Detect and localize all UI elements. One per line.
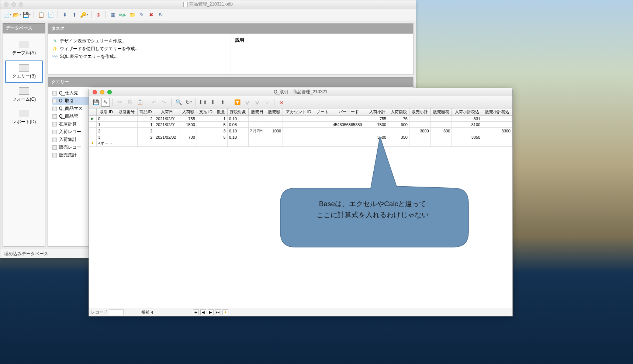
cell[interactable]: 2 [137, 134, 154, 140]
sort3-icon[interactable]: ⬆ [218, 98, 227, 107]
cell[interactable]: 755 [367, 116, 388, 122]
cell[interactable] [249, 116, 266, 122]
save-record-icon[interactable]: 💾 [91, 98, 100, 107]
minimize-button[interactable] [100, 90, 104, 94]
zoom-button[interactable] [19, 2, 23, 7]
column-header[interactable]: 販売小計税込 [482, 108, 512, 116]
cell[interactable]: 2021/02/01 [154, 116, 180, 122]
cell[interactable]: 600 [388, 122, 409, 128]
cell[interactable] [137, 140, 154, 147]
new-row-selector[interactable]: ✦ [89, 140, 97, 147]
sidebar-item-tables[interactable]: テーブル(A) [5, 38, 43, 59]
cell[interactable] [430, 116, 452, 122]
find-replace-icon[interactable]: ↻ [184, 98, 193, 107]
cell[interactable] [482, 122, 512, 128]
close-button[interactable] [93, 90, 97, 94]
cell[interactable]: 831 [452, 116, 482, 122]
cell[interactable] [314, 122, 331, 128]
task-design-view[interactable]: ✎ デザイン表示でクエリーを作成... [52, 37, 226, 45]
autofilter-icon[interactable]: 🔽 [233, 98, 242, 107]
cell[interactable] [388, 128, 409, 134]
save-icon[interactable]: 💾 [23, 11, 31, 19]
row-selector[interactable] [89, 128, 97, 134]
cell[interactable]: 5 [215, 122, 227, 128]
last-record-button[interactable]: ⏭ [215, 309, 221, 315]
cell[interactable] [367, 140, 388, 147]
cell[interactable] [452, 140, 482, 147]
cell[interactable] [227, 140, 249, 147]
cell[interactable] [314, 140, 331, 147]
standard-filter-icon[interactable]: ▽ [243, 98, 252, 107]
column-header[interactable]: 入荷日 [154, 108, 180, 116]
cell[interactable] [430, 122, 452, 128]
cell[interactable] [197, 116, 215, 122]
paste-icon[interactable]: 📄 [46, 11, 55, 19]
find-icon[interactable]: 🔍 [174, 98, 183, 107]
cell[interactable] [154, 140, 180, 147]
cell[interactable]: 0.10 [227, 134, 249, 140]
cell[interactable]: 3000 [409, 128, 430, 134]
cell[interactable] [482, 140, 512, 147]
column-header[interactable]: 取引番号 [116, 108, 137, 116]
cell[interactable] [409, 140, 430, 147]
column-header[interactable]: 入荷額税 [388, 108, 409, 116]
cell[interactable] [367, 128, 388, 134]
row-selector[interactable] [89, 134, 97, 140]
cell[interactable] [249, 140, 266, 147]
new-record-button[interactable]: ✦ [222, 309, 228, 315]
cell[interactable] [215, 140, 227, 147]
sort-asc-icon[interactable]: ⬇ [61, 11, 69, 19]
cell[interactable] [314, 128, 331, 134]
cell[interactable] [283, 134, 314, 140]
cell[interactable] [197, 134, 215, 140]
edit-icon[interactable]: ✎ [138, 11, 146, 19]
cell[interactable] [409, 116, 430, 122]
column-header[interactable]: 販売小計 [409, 108, 430, 116]
help-icon[interactable]: ⊕ [94, 11, 103, 19]
cell[interactable] [283, 128, 314, 134]
row-selector[interactable]: ▶ [89, 116, 97, 122]
sidebar-item-forms[interactable]: フォーム(C) [5, 84, 43, 105]
cell[interactable]: 3 [97, 134, 116, 140]
prev-record-button[interactable]: ◀ [200, 309, 206, 315]
edit-mode-icon[interactable]: ✎ [101, 98, 110, 107]
table-row[interactable]: 322021/02/0270050.1035003503850 [89, 134, 512, 140]
column-header[interactable]: バーコード [331, 108, 367, 116]
close-button[interactable] [4, 2, 8, 7]
sidebar-item-reports[interactable]: レポート(D) [5, 107, 43, 128]
column-header[interactable]: 販売額 [266, 108, 283, 116]
cell[interactable] [314, 134, 331, 140]
column-header[interactable]: 入荷額 [180, 108, 197, 116]
cell[interactable]: 2 [137, 116, 154, 122]
column-header[interactable]: アカウント ID [283, 108, 314, 116]
cell[interactable] [409, 134, 430, 140]
cell[interactable] [116, 116, 137, 122]
cell[interactable] [116, 134, 137, 140]
cell[interactable]: 3 [215, 128, 227, 134]
cell[interactable]: 5 [215, 134, 227, 140]
rename-icon[interactable]: ↻ [157, 11, 165, 19]
cell[interactable]: 2021/02/01 [154, 122, 180, 128]
sql-icon[interactable]: SQL [118, 11, 127, 19]
cell[interactable] [331, 128, 367, 134]
cell[interactable]: 2021/02/02 [154, 134, 180, 140]
column-header[interactable]: 取引 ID [97, 108, 116, 116]
record-number-input[interactable] [109, 309, 124, 315]
cell[interactable]: 1 [137, 122, 154, 128]
cell[interactable]: 1 [97, 122, 116, 128]
cell[interactable]: 300 [430, 128, 452, 134]
cell[interactable] [266, 122, 283, 128]
cell[interactable] [331, 134, 367, 140]
cell[interactable] [116, 122, 137, 128]
table-row[interactable]: 112021/02/01150050.084548056365883750060… [89, 122, 512, 128]
cell[interactable] [314, 116, 331, 122]
folder-icon[interactable]: 📁 [128, 11, 136, 19]
sort-desc-icon[interactable]: ⬆ [70, 11, 79, 19]
cell[interactable] [197, 128, 215, 134]
cell[interactable] [266, 116, 283, 122]
cell[interactable] [482, 134, 512, 140]
table-icon[interactable]: ▦ [109, 11, 117, 19]
sort2-icon[interactable]: ⬇ [208, 98, 217, 107]
cell[interactable] [116, 140, 137, 147]
cell[interactable] [116, 128, 137, 134]
